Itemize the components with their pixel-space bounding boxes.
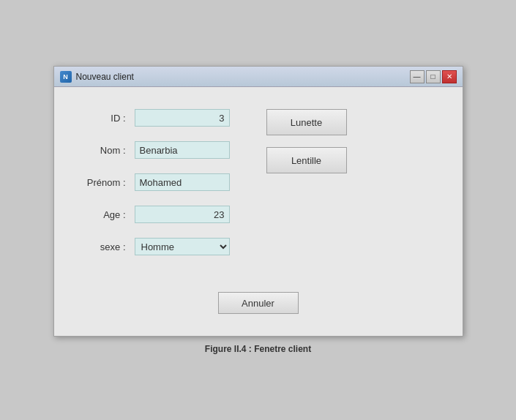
window-content: ID : Nom : Prénom : Age : sexe :	[54, 87, 463, 336]
lentille-button[interactable]: Lentille	[266, 147, 347, 173]
prenom-row: Prénom :	[83, 173, 230, 191]
annuler-button[interactable]: Annuler	[218, 292, 299, 314]
nom-input[interactable]	[135, 141, 230, 159]
minimize-button[interactable]: —	[410, 70, 425, 83]
form-fields: ID : Nom : Prénom : Age : sexe :	[83, 109, 230, 270]
action-buttons: Lunette Lentille	[266, 109, 347, 173]
sexe-label: sexe :	[83, 241, 135, 252]
prenom-label: Prénom :	[83, 177, 135, 188]
window-icon: N	[60, 71, 72, 83]
age-label: Age :	[83, 209, 135, 220]
title-buttons: — □ ✕	[410, 70, 457, 83]
nom-label: Nom :	[83, 145, 135, 156]
id-input[interactable]	[135, 109, 230, 127]
title-bar-left: N Nouveau client	[60, 71, 134, 83]
sexe-row: sexe : Homme Femme	[83, 238, 230, 255]
close-button[interactable]: ✕	[442, 70, 457, 83]
age-input[interactable]	[135, 206, 230, 223]
bottom-section: Annuler	[83, 292, 433, 314]
figure-caption: Figure II.4 : Fenetre client	[205, 344, 311, 354]
window-title: Nouveau client	[76, 72, 134, 82]
prenom-input[interactable]	[135, 173, 230, 191]
main-window: N Nouveau client — □ ✕ ID : Nom : P	[53, 66, 463, 337]
title-bar: N Nouveau client — □ ✕	[54, 67, 463, 87]
sexe-select[interactable]: Homme Femme	[135, 238, 230, 255]
id-row: ID :	[83, 109, 230, 127]
lunette-button[interactable]: Lunette	[266, 109, 347, 135]
age-row: Age :	[83, 206, 230, 223]
form-container: ID : Nom : Prénom : Age : sexe :	[83, 109, 433, 270]
id-label: ID :	[83, 113, 135, 124]
nom-row: Nom :	[83, 141, 230, 159]
maximize-button[interactable]: □	[426, 70, 441, 83]
